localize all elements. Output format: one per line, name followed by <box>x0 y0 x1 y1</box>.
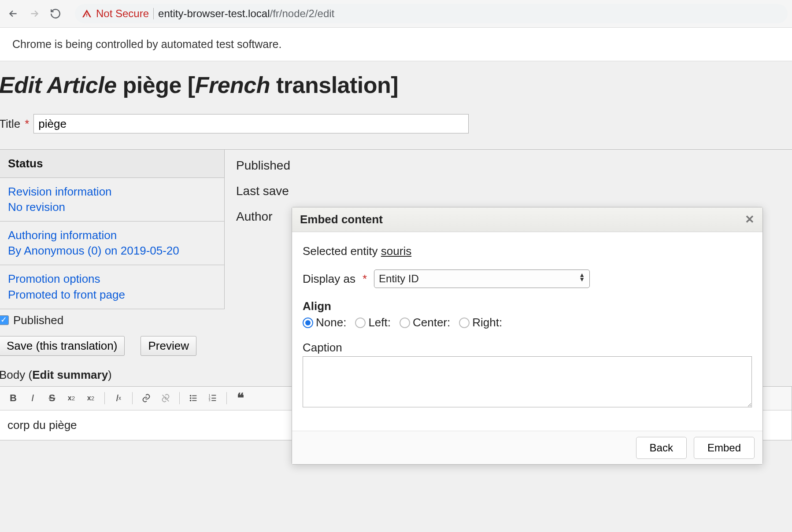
title-label: Title <box>0 117 20 131</box>
modal-title: Embed content <box>300 213 383 226</box>
vertical-tabs: Status Revision information No revision … <box>0 150 225 309</box>
display-as-label: Display as <box>303 272 355 286</box>
svg-point-2 <box>190 397 192 399</box>
modal-body: Selected entity souris Display as * Enti… <box>292 232 762 431</box>
meta-last-saved: Last save <box>236 184 781 198</box>
unlink-button[interactable] <box>156 389 175 407</box>
reload-icon <box>50 8 61 19</box>
superscript-button[interactable]: x2 <box>62 389 81 407</box>
required-asterisk: * <box>363 272 367 286</box>
radio-on-icon <box>303 318 313 328</box>
strike-button[interactable]: S <box>43 389 61 407</box>
embed-button[interactable]: Embed <box>694 437 755 459</box>
required-asterisk: * <box>25 117 29 131</box>
edit-summary-link[interactable]: Edit summary <box>32 368 108 381</box>
caption-textarea[interactable] <box>303 356 752 407</box>
link-icon <box>141 393 151 403</box>
warning-triangle-icon <box>82 9 92 18</box>
svg-text:3: 3 <box>209 399 211 402</box>
arrow-right-icon <box>29 8 40 19</box>
arrow-left-icon <box>7 8 19 19</box>
select-arrows-icon: ▲▼ <box>579 273 585 281</box>
meta-published: Published <box>236 159 781 173</box>
modal-footer: Back Embed <box>292 431 762 464</box>
title-input[interactable] <box>33 114 469 133</box>
automation-banner: Chrome is being controlled by automated … <box>0 28 792 61</box>
selected-entity-row: Selected entity souris <box>303 244 752 258</box>
numbered-list-icon: 123 <box>208 393 218 403</box>
caption-row: Caption <box>303 341 752 410</box>
bullet-list-icon <box>189 393 198 403</box>
modal-close-button[interactable]: ✕ <box>745 213 755 226</box>
published-checkbox-label: Published <box>13 314 63 327</box>
radio-off-icon <box>400 318 410 328</box>
modal-header: Embed content ✕ <box>292 207 762 232</box>
toolbar-separator <box>104 392 105 404</box>
svg-rect-11 <box>211 400 216 401</box>
numbered-list-button[interactable]: 123 <box>204 389 222 407</box>
vtab-status[interactable]: Status <box>0 150 224 178</box>
embed-modal: Embed content ✕ Selected entity souris D… <box>292 207 763 465</box>
display-as-select[interactable]: Entity ID ▲▼ <box>374 270 590 288</box>
address-bar[interactable]: Not Secure entity-browser-test.local/fr/… <box>75 4 788 23</box>
align-row: Align None: Left: Center: Right: <box>303 299 752 329</box>
radio-off-icon <box>459 318 470 328</box>
svg-rect-7 <box>211 395 216 396</box>
toolbar-separator <box>179 392 180 404</box>
blockquote-button[interactable]: ❝ <box>231 389 250 407</box>
preview-button[interactable]: Preview <box>141 336 196 356</box>
svg-rect-1 <box>192 395 196 396</box>
align-center-radio[interactable]: Center: <box>400 316 450 329</box>
checkbox-checked-icon[interactable] <box>0 315 9 325</box>
toolbar-separator <box>132 392 133 404</box>
remove-format-button[interactable]: Ix <box>109 389 128 407</box>
caption-label: Caption <box>303 341 752 355</box>
svg-rect-5 <box>192 400 196 401</box>
subscript-button[interactable]: x2 <box>81 389 100 407</box>
svg-point-0 <box>190 395 192 397</box>
selected-entity-link[interactable]: souris <box>381 244 411 258</box>
back-button-modal[interactable]: Back <box>636 437 687 459</box>
align-label: Align <box>303 299 752 313</box>
align-left-radio[interactable]: Left: <box>355 316 391 329</box>
vtab-revision[interactable]: Revision information No revision <box>0 178 224 222</box>
save-button[interactable]: Save (this translation) <box>0 336 125 356</box>
not-secure-label: Not Secure <box>96 7 149 20</box>
vtab-authoring[interactable]: Authoring information By Anonymous (0) o… <box>0 222 224 265</box>
toolbar-separator <box>226 392 227 404</box>
address-separator <box>153 8 154 19</box>
svg-point-4 <box>190 400 192 402</box>
bold-button[interactable]: B <box>4 389 22 407</box>
reload-button[interactable] <box>47 5 64 22</box>
back-button[interactable] <box>4 5 22 22</box>
align-none-radio[interactable]: None: <box>303 316 346 329</box>
page-title: Edit Article piège [French translation] <box>0 61 792 114</box>
align-right-radio[interactable]: Right: <box>459 316 502 329</box>
browser-toolbar: Not Secure entity-browser-test.local/fr/… <box>0 0 792 28</box>
unlink-icon <box>161 393 170 403</box>
link-button[interactable] <box>137 389 155 407</box>
address-url: entity-browser-test.local/fr/node/2/edit <box>158 7 334 20</box>
svg-rect-3 <box>192 398 196 399</box>
svg-rect-9 <box>211 398 216 399</box>
display-as-row: Display as * Entity ID ▲▼ <box>303 270 752 288</box>
title-field-row: Title * <box>0 114 792 133</box>
bullet-list-button[interactable] <box>184 389 203 407</box>
italic-button[interactable]: I <box>23 389 42 407</box>
vtab-promotion[interactable]: Promotion options Promoted to front page <box>0 265 224 309</box>
radio-off-icon <box>355 318 366 328</box>
forward-button[interactable] <box>26 5 43 22</box>
